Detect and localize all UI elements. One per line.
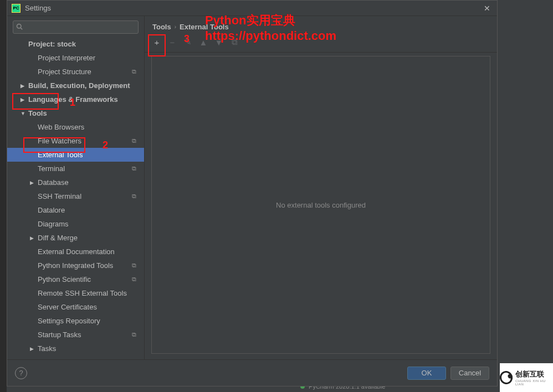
tree-item[interactable]: File Watchers⧉ bbox=[7, 134, 144, 148]
pycharm-icon: PC bbox=[12, 4, 21, 13]
tree-item[interactable]: External Tools bbox=[7, 148, 144, 162]
remove-button[interactable]: − bbox=[166, 35, 179, 49]
tree-item-label: Languages & Frameworks bbox=[28, 95, 118, 104]
tree-item[interactable]: Web Browsers bbox=[7, 120, 144, 134]
dialog-footer: ? OK Cancel bbox=[7, 359, 497, 386]
tree-item-label: Project Structure bbox=[38, 68, 91, 76]
empty-state-text: No external tools configured bbox=[276, 201, 366, 209]
tree-item[interactable]: Tasks bbox=[7, 342, 144, 355]
tree-item[interactable]: Python Scientific⧉ bbox=[7, 272, 144, 286]
tree-item[interactable]: Build, Execution, Deployment bbox=[7, 79, 144, 92]
tree-item-label: Diagrams bbox=[38, 220, 69, 228]
window-title: Settings bbox=[25, 4, 482, 12]
tree-item[interactable]: Terminal⧉ bbox=[7, 162, 144, 176]
tree-item[interactable]: Diagrams bbox=[7, 217, 144, 231]
tree-item[interactable]: Languages & Frameworks bbox=[7, 92, 144, 106]
settings-sidebar: Project: stockProject InterpreterProject… bbox=[7, 16, 145, 359]
tree-item[interactable]: External Documentation bbox=[7, 245, 144, 259]
tree-item-label: Server Certificates bbox=[38, 303, 97, 311]
search-input[interactable] bbox=[13, 20, 139, 34]
tools-list-empty: No external tools configured bbox=[151, 56, 490, 354]
move-up-button[interactable]: ▲ bbox=[197, 35, 210, 49]
titlebar: PC Settings ✕ bbox=[7, 1, 497, 16]
brand-name: 创新互联 bbox=[515, 369, 553, 379]
tree-item-label: Project: stock bbox=[28, 40, 76, 48]
brand-logo-icon bbox=[498, 369, 515, 386]
close-icon[interactable]: ✕ bbox=[482, 4, 493, 13]
tree-item-label: Database bbox=[38, 178, 69, 187]
brand-sub: CHUANG XIN HU LIAN bbox=[515, 379, 553, 386]
tree-item-label: Tasks bbox=[38, 344, 56, 353]
tree-item[interactable]: Vagrant⧉ bbox=[7, 355, 144, 359]
tree-item[interactable]: Startup Tasks⧉ bbox=[7, 328, 144, 342]
brand-watermark: 创新互联 CHUANG XIN HU LIAN bbox=[500, 363, 553, 392]
tree-item-label: SSH Terminal bbox=[38, 192, 81, 200]
per-project-icon: ⧉ bbox=[132, 68, 136, 75]
tree-item-label: Build, Execution, Deployment bbox=[28, 81, 130, 90]
editor-gutter bbox=[0, 0, 7, 392]
tree-item-label: Vagrant bbox=[38, 358, 63, 359]
tree-item[interactable]: Project Interpreter bbox=[7, 51, 144, 65]
tree-item-label: Terminal bbox=[38, 164, 65, 173]
tree-item-label: Diff & Merge bbox=[38, 234, 78, 242]
tree-item[interactable]: Tools bbox=[7, 106, 144, 120]
copy-button[interactable]: ⧉ bbox=[228, 35, 241, 49]
tree-item-label: Datalore bbox=[38, 206, 65, 214]
cancel-button[interactable]: Cancel bbox=[450, 367, 489, 380]
settings-dialog: PC Settings ✕ Project: stockProject Inte… bbox=[7, 0, 498, 386]
tree-item-label: Settings Repository bbox=[38, 317, 100, 325]
per-project-icon: ⧉ bbox=[132, 262, 136, 269]
ok-button[interactable]: OK bbox=[407, 367, 446, 380]
tree-item[interactable]: Server Certificates bbox=[7, 300, 144, 314]
search-row bbox=[7, 16, 144, 37]
tree-item-label: Tools bbox=[28, 109, 47, 117]
tree-item[interactable]: Remote SSH External Tools bbox=[7, 286, 144, 300]
per-project-icon: ⧉ bbox=[132, 137, 136, 145]
tree-item-label: Python Integrated Tools bbox=[38, 261, 113, 270]
tree-item-label: Remote SSH External Tools bbox=[38, 289, 127, 297]
tree-item[interactable]: Python Integrated Tools⧉ bbox=[7, 259, 144, 272]
search-icon bbox=[16, 23, 23, 30]
tree-item-label: External Documentation bbox=[38, 247, 115, 256]
tree-item-label: Python Scientific bbox=[38, 275, 91, 283]
tree-item[interactable]: Datalore bbox=[7, 203, 144, 217]
toolbar: + − ✎ ▲ ▼ ⧉ bbox=[145, 34, 497, 53]
help-button[interactable]: ? bbox=[15, 367, 27, 379]
breadcrumb-part: External Tools bbox=[180, 23, 229, 31]
settings-tree[interactable]: Project: stockProject InterpreterProject… bbox=[7, 37, 144, 359]
tree-item[interactable]: Settings Repository bbox=[7, 314, 144, 328]
dialog-body: Project: stockProject InterpreterProject… bbox=[7, 16, 497, 359]
tree-item-label: Web Browsers bbox=[38, 123, 84, 131]
svg-point-0 bbox=[17, 24, 22, 29]
per-project-icon: ⧉ bbox=[132, 276, 136, 283]
tree-item-label: Startup Tasks bbox=[38, 331, 81, 339]
per-project-icon: ⧉ bbox=[132, 165, 136, 172]
tree-item-label: File Watchers bbox=[38, 137, 81, 145]
tree-item[interactable]: SSH Terminal⧉ bbox=[7, 189, 144, 203]
tree-item[interactable]: Project: stock bbox=[7, 37, 144, 51]
per-project-icon: ⧉ bbox=[132, 359, 136, 359]
chevron-right-icon: › bbox=[175, 24, 176, 30]
tree-item[interactable]: Database bbox=[7, 176, 144, 189]
per-project-icon: ⧉ bbox=[132, 193, 136, 200]
tree-item[interactable]: Diff & Merge bbox=[7, 231, 144, 245]
add-button[interactable]: + bbox=[150, 35, 163, 49]
tree-item[interactable]: Project Structure⧉ bbox=[7, 65, 144, 79]
main-panel: Tools › External Tools + − ✎ ▲ ▼ ⧉ No ex… bbox=[145, 16, 497, 359]
per-project-icon: ⧉ bbox=[132, 331, 136, 338]
breadcrumb: Tools › External Tools bbox=[145, 16, 497, 34]
tree-item-label: External Tools bbox=[38, 151, 83, 159]
move-down-button[interactable]: ▼ bbox=[212, 35, 226, 49]
edit-button[interactable]: ✎ bbox=[181, 35, 194, 49]
tree-item-label: Project Interpreter bbox=[38, 54, 95, 62]
svg-line-1 bbox=[21, 28, 22, 29]
breadcrumb-part[interactable]: Tools bbox=[152, 23, 171, 31]
